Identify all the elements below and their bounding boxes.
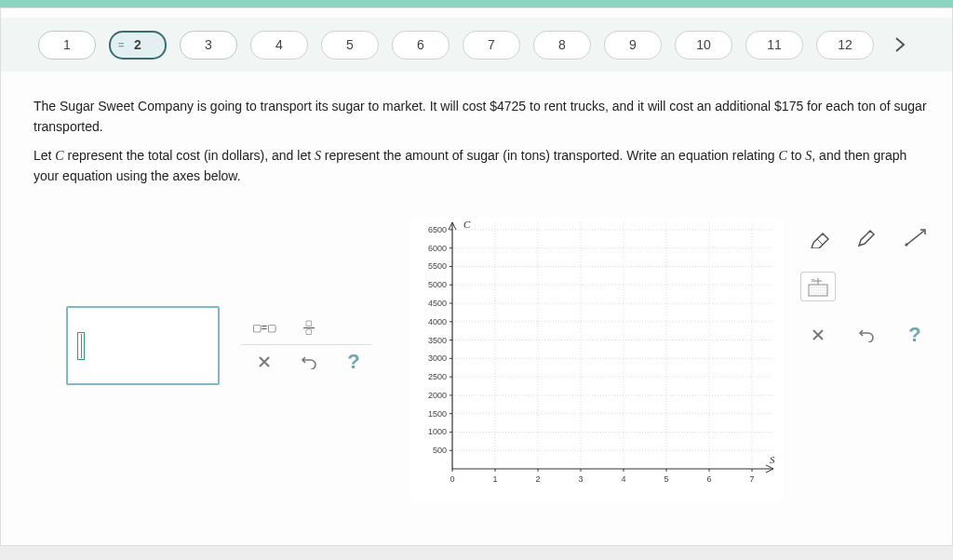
step-3[interactable]: 3 <box>180 31 237 60</box>
undo-icon <box>301 354 317 369</box>
help-equation-button[interactable]: ? <box>340 349 368 375</box>
text: to <box>787 148 805 163</box>
help-icon: ? <box>908 323 920 347</box>
step-11[interactable]: 11 <box>745 31 803 60</box>
svg-text:6: 6 <box>706 474 711 484</box>
step-navigation: 1=23456789101112 <box>1 18 952 72</box>
graph-toolbar: ? <box>797 218 936 363</box>
svg-text:2000: 2000 <box>428 391 447 400</box>
variable-s: S <box>315 149 321 163</box>
problem-paragraph-1: The Sugar Sweet Company is going to tran… <box>34 97 929 137</box>
undo-equation-button[interactable] <box>295 349 323 375</box>
graph-canvas[interactable]: 5001000150020002500300035004000450050005… <box>410 218 783 501</box>
text: The Sugar Sweet Company is going to tran… <box>34 99 490 113</box>
svg-text:500: 500 <box>433 446 447 455</box>
step-1[interactable]: 1 <box>38 31 96 60</box>
svg-text:6500: 6500 <box>428 225 447 234</box>
step-number: 2 <box>134 37 141 52</box>
step-2[interactable]: =2 <box>109 31 167 60</box>
step-10[interactable]: 10 <box>675 31 732 60</box>
step-number: 3 <box>205 37 212 52</box>
footer-bar <box>0 546 953 560</box>
per-ton-cost: $175 <box>774 99 803 113</box>
svg-text:7: 7 <box>749 474 754 484</box>
step-number: 7 <box>488 37 495 52</box>
svg-text:1000: 1000 <box>428 427 447 436</box>
step-number: 11 <box>767 37 782 52</box>
text: to rent trucks, and it will cost an addi… <box>526 99 774 113</box>
fixed-cost: $4725 <box>490 99 526 113</box>
clear-graph-button[interactable] <box>800 320 836 350</box>
step-number: 4 <box>275 37 283 52</box>
svg-text:1500: 1500 <box>428 409 447 419</box>
svg-text:4000: 4000 <box>428 317 447 327</box>
help-icon: ? <box>347 350 359 374</box>
svg-text:C: C <box>463 219 471 230</box>
label: ▢=▢ <box>252 322 276 334</box>
insert-fraction-button[interactable]: ▢▢ <box>295 315 323 341</box>
svg-text:3500: 3500 <box>428 336 447 345</box>
header-accent <box>0 0 953 7</box>
problem-text: The Sugar Sweet Company is going to tran… <box>34 97 929 196</box>
svg-text:5500: 5500 <box>428 261 447 271</box>
main-panel: Español 1=23456789101112 The Sugar Sweet… <box>0 7 953 546</box>
equation-input[interactable] <box>66 306 220 385</box>
svg-text:3000: 3000 <box>428 353 447 363</box>
text: Let <box>34 148 55 163</box>
step-number: 12 <box>838 37 852 52</box>
next-step-button[interactable] <box>892 36 908 53</box>
step-7[interactable]: 7 <box>463 31 520 60</box>
close-icon <box>257 354 272 369</box>
svg-text:5: 5 <box>664 474 668 484</box>
svg-line-66 <box>906 231 924 246</box>
svg-text:4500: 4500 <box>428 299 447 308</box>
insert-equals-button[interactable]: ▢=▢ <box>250 315 278 341</box>
step-number: 10 <box>696 37 711 52</box>
svg-text:0: 0 <box>450 474 454 484</box>
step-5[interactable]: 5 <box>321 31 379 60</box>
svg-text:S: S <box>770 454 775 465</box>
equation-toolbar: ▢=▢ ▢▢ ? <box>241 312 371 379</box>
step-prefix: = <box>118 39 124 50</box>
text: represent the amount of sugar (in tons) … <box>321 148 779 163</box>
undo-icon <box>858 327 875 342</box>
pencil-tool[interactable] <box>849 223 884 253</box>
svg-text:5000: 5000 <box>428 280 447 289</box>
zoom-fit-tool[interactable] <box>800 272 836 301</box>
pencil-icon <box>855 227 878 249</box>
step-6[interactable]: 6 <box>392 31 450 60</box>
svg-text:2: 2 <box>535 474 540 484</box>
clear-equation-button[interactable] <box>250 349 278 375</box>
step-4[interactable]: 4 <box>250 31 308 60</box>
undo-graph-button[interactable] <box>849 320 884 350</box>
variable-c: C <box>779 149 787 163</box>
step-number: 8 <box>558 37 566 52</box>
svg-text:2500: 2500 <box>428 372 447 381</box>
line-icon <box>903 228 927 248</box>
step-number: 6 <box>417 37 424 52</box>
equation-cursor <box>77 332 85 360</box>
zoom-fit-icon <box>806 275 830 298</box>
step-8[interactable]: 8 <box>533 31 591 60</box>
fraction-icon: ▢▢ <box>303 320 315 336</box>
step-number: 1 <box>63 37 71 52</box>
step-number: 5 <box>346 37 354 52</box>
eraser-tool[interactable] <box>800 223 836 253</box>
close-icon <box>811 327 825 342</box>
step-9[interactable]: 9 <box>604 31 662 60</box>
step-12[interactable]: 12 <box>816 31 874 60</box>
svg-text:4: 4 <box>621 474 625 484</box>
svg-text:6000: 6000 <box>428 244 447 253</box>
help-graph-button[interactable]: ? <box>897 320 933 350</box>
line-tool[interactable] <box>897 223 933 253</box>
svg-text:3: 3 <box>578 474 583 484</box>
eraser-icon <box>806 228 830 248</box>
variable-c: C <box>55 149 63 163</box>
step-number: 9 <box>629 37 637 52</box>
problem-paragraph-2: Let C represent the total cost (in dolla… <box>34 146 929 186</box>
text: represent the total cost (in dollars), a… <box>64 148 315 163</box>
svg-text:1: 1 <box>492 474 497 484</box>
